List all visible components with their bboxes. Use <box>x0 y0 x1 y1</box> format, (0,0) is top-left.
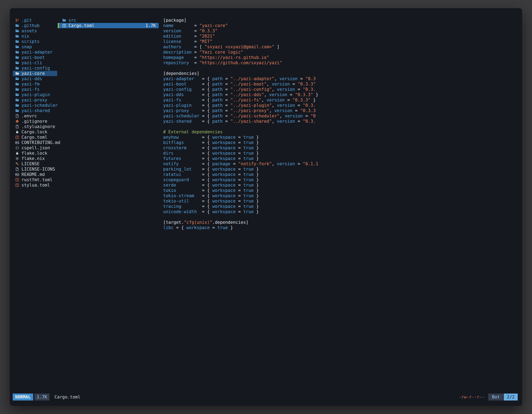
preview-line: [dependencies] <box>163 71 325 76</box>
preview-line: tokio-util = { workspace = true } <box>163 198 325 204</box>
dir-item-yazi-proxy[interactable]: yazi-proxy <box>13 97 57 103</box>
dir-item-yazi-cli[interactable]: yazi-cli <box>13 60 57 66</box>
preview-line: serde = { workspace = true } <box>163 183 325 188</box>
preview-line: parking_lot = { workspace = true } <box>163 166 325 172</box>
file-item-Cargo.toml[interactable]: Cargo.toml1.7K <box>58 23 159 28</box>
dir-item-yazi-config[interactable]: yazi-config <box>13 66 57 71</box>
item-label: .gitignore <box>21 119 47 124</box>
folder-icon <box>15 45 20 49</box>
item-label: stylua.toml <box>21 183 50 188</box>
item-size: 1.7K <box>145 23 159 28</box>
preview-line: homepage = "https://yazi-rs.github.io" <box>163 55 325 60</box>
preview-line: ratatui = { workspace = true } <box>163 172 325 177</box>
preview-line: yazi-config = { path = "../yazi-config",… <box>163 87 325 92</box>
file-preview-pane[interactable]: [package]name = "yazi-core"version = "0.… <box>163 18 325 230</box>
dir-item-yazi-adapter[interactable]: yazi-adapter <box>13 49 57 55</box>
file-item-LICENSE-ICONS[interactable]: LICENSE-ICONS <box>13 166 57 172</box>
preview-line: [package] <box>163 18 325 23</box>
file-item-flake.nix[interactable]: flake.nix <box>13 156 57 161</box>
markdown-icon <box>15 141 20 144</box>
preview-line: libc = { workspace = true } <box>163 225 325 230</box>
folder-icon <box>15 103 20 107</box>
preview-line <box>163 214 325 220</box>
gear-icon <box>15 156 20 161</box>
dir-item-snap[interactable]: snap <box>13 44 57 49</box>
dir-item-assets[interactable]: assets <box>13 28 57 34</box>
dir-item-yazi-core[interactable]: yazi-core <box>13 71 57 76</box>
panes-container: .git.githubassetsnixscriptssnapyazi-adap… <box>10 8 522 230</box>
item-label: .styluaignore <box>21 124 55 129</box>
folder-icon <box>15 87 20 91</box>
file-item-README.md[interactable]: README.md <box>13 172 57 177</box>
item-label: yazi-cli <box>21 60 42 66</box>
item-label: LICENSE-ICONS <box>21 166 55 172</box>
item-label: yazi-plugin <box>21 92 50 97</box>
preview-line: yazi-dds = { path = "../yazi-dds", versi… <box>163 92 325 97</box>
preview-line: tokio = { workspace = true } <box>163 188 325 193</box>
item-label: rustfmt.toml <box>21 177 53 183</box>
preview-line: yazi-boot = { path = "../yazi-boot", ver… <box>163 81 325 87</box>
file-item-.gitignore[interactable]: .gitignore <box>13 119 57 124</box>
current-directory-pane[interactable]: srcCargo.toml1.7K <box>58 18 159 28</box>
status-position-label: Bot <box>488 394 503 401</box>
file-item-Cargo.lock[interactable]: Cargo.lock <box>13 129 57 135</box>
preview-line: # External dependencies <box>163 129 325 135</box>
preview-line: yazi-shared = { path = "../yazi-shared",… <box>163 119 325 124</box>
file-item-LICENSE[interactable]: LICENSE <box>13 161 57 166</box>
dir-item-.github[interactable]: .github <box>13 23 57 28</box>
dir-item-yazi-scheduler[interactable]: yazi-scheduler <box>13 103 57 108</box>
dir-item-.git[interactable]: .git <box>13 18 57 23</box>
folder-icon <box>15 66 20 70</box>
folder-icon <box>15 98 20 102</box>
dir-item-nix[interactable]: nix <box>13 34 57 39</box>
preview-line: crossterm = { workspace = true } <box>163 145 325 151</box>
item-label: LICENSE <box>21 161 40 166</box>
preview-line: description = "Yazi core logic" <box>163 49 325 55</box>
preview-line: dirs = { workspace = true } <box>163 151 325 156</box>
item-label: Cargo.toml <box>21 135 47 140</box>
item-label: yazi-shared <box>21 108 50 113</box>
dir-item-yazi-fs[interactable]: yazi-fs <box>13 87 57 92</box>
file-item-cspell.json[interactable]: cspell.json <box>13 145 57 151</box>
item-label: yazi-fs <box>21 87 40 92</box>
folder-icon <box>15 77 20 81</box>
preview-line: license = "MIT" <box>163 39 325 44</box>
file-item-stylua.toml[interactable]: stylua.toml <box>13 183 57 188</box>
file-item-flake.lock[interactable]: flake.lock <box>13 151 57 156</box>
lock-icon <box>15 151 20 155</box>
folder-icon <box>15 61 20 65</box>
file-item-rustfmt.toml[interactable]: rustfmt.toml <box>13 177 57 183</box>
status-permissions: -rw-r--r-- <box>459 395 485 399</box>
folder-icon <box>15 82 20 86</box>
file-item-Cargo.toml[interactable]: Cargo.toml <box>13 135 57 140</box>
folder-icon <box>15 71 20 76</box>
item-label: src <box>68 18 76 23</box>
preview-line: notify = { package = "notify-fork", vers… <box>163 161 325 166</box>
status-position-indicator: 2/2 <box>504 394 518 401</box>
file-item-.styluaignore[interactable]: .styluaignore <box>13 124 57 129</box>
item-label: flake.lock <box>21 151 47 156</box>
git-icon <box>15 119 20 123</box>
dir-item-yazi-plugin[interactable]: yazi-plugin <box>13 92 57 97</box>
dir-item-yazi-fm[interactable]: yazi-fm <box>13 81 57 87</box>
folder-icon <box>15 50 20 54</box>
item-label: yazi-proxy <box>21 97 47 103</box>
file-item-CONTRIBUTING.md[interactable]: CONTRIBUTING.md <box>13 140 57 145</box>
file-item-.envrc[interactable]: .envrc <box>13 113 57 119</box>
dir-item-scripts[interactable]: scripts <box>13 39 57 44</box>
preview-line: yazi-scheduler = { path = "../yazi-sched… <box>163 113 325 119</box>
preview-line: yazi-proxy = { path = "../yazi-proxy", v… <box>163 108 325 113</box>
folder-icon <box>15 39 20 44</box>
dir-item-yazi-boot[interactable]: yazi-boot <box>13 55 57 60</box>
toml-icon <box>15 183 20 187</box>
item-label: scripts <box>21 39 40 44</box>
status-file-size: 1.7K <box>34 394 50 401</box>
dir-item-src[interactable]: src <box>58 18 159 23</box>
folder-icon <box>15 24 20 28</box>
preview-line: edition = "2021" <box>163 34 325 39</box>
dir-item-yazi-dds[interactable]: yazi-dds <box>13 76 57 81</box>
folder-icon <box>15 34 20 38</box>
parent-directory-pane[interactable]: .git.githubassetsnixscriptssnapyazi-adap… <box>13 18 57 188</box>
dir-item-yazi-shared[interactable]: yazi-shared <box>13 108 57 113</box>
folder-icon <box>15 93 20 97</box>
